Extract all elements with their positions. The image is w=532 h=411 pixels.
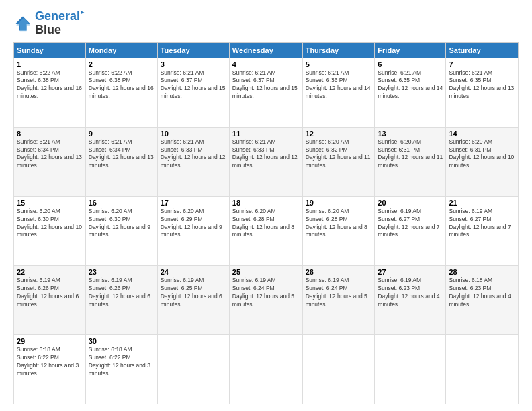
day-info: Sunrise: 6:21 AMSunset: 6:34 PMDaylight:… bbox=[17, 138, 83, 171]
calendar-table: Sunday Monday Tuesday Wednesday Thursday… bbox=[13, 42, 519, 404]
day-number: 22 bbox=[17, 268, 83, 276]
day-info: Sunrise: 6:20 AMSunset: 6:30 PMDaylight:… bbox=[17, 208, 83, 240]
day-number: 20 bbox=[378, 199, 443, 207]
col-wednesday: Wednesday bbox=[229, 42, 302, 58]
calendar-cell: 17Sunrise: 6:20 AMSunset: 6:29 PMDayligh… bbox=[157, 196, 229, 265]
day-info: Sunrise: 6:21 AMSunset: 6:33 PMDaylight:… bbox=[161, 138, 226, 171]
day-number: 11 bbox=[232, 130, 300, 138]
calendar-cell: 22Sunrise: 6:19 AMSunset: 6:26 PMDayligh… bbox=[14, 265, 86, 334]
col-sunday: Sunday bbox=[14, 42, 86, 58]
calendar-cell: 19Sunrise: 6:20 AMSunset: 6:28 PMDayligh… bbox=[302, 196, 375, 265]
calendar-cell bbox=[375, 334, 446, 404]
day-info: Sunrise: 6:21 AMSunset: 6:34 PMDaylight:… bbox=[89, 138, 154, 171]
calendar-cell bbox=[229, 334, 302, 404]
calendar-cell bbox=[302, 334, 375, 404]
calendar-cell: 11Sunrise: 6:21 AMSunset: 6:33 PMDayligh… bbox=[229, 127, 302, 196]
calendar-cell: 26Sunrise: 6:19 AMSunset: 6:24 PMDayligh… bbox=[302, 265, 375, 334]
day-info: Sunrise: 6:19 AMSunset: 6:26 PMDaylight:… bbox=[17, 277, 83, 309]
day-number: 26 bbox=[306, 268, 372, 276]
day-number: 21 bbox=[449, 199, 515, 207]
day-number: 24 bbox=[161, 268, 226, 276]
calendar-header-row: Sunday Monday Tuesday Wednesday Thursday… bbox=[14, 42, 519, 58]
day-number: 6 bbox=[378, 60, 443, 68]
calendar-week-1: 8Sunrise: 6:21 AMSunset: 6:34 PMDaylight… bbox=[14, 127, 519, 196]
day-number: 1 bbox=[17, 60, 83, 68]
calendar-cell: 25Sunrise: 6:19 AMSunset: 6:24 PMDayligh… bbox=[229, 265, 302, 334]
header: General►Blue bbox=[13, 10, 519, 37]
calendar-cell: 13Sunrise: 6:20 AMSunset: 6:31 PMDayligh… bbox=[375, 127, 446, 196]
logo-text: General►Blue bbox=[35, 10, 85, 37]
day-number: 16 bbox=[89, 199, 154, 207]
day-number: 9 bbox=[89, 130, 154, 138]
calendar-cell: 9Sunrise: 6:21 AMSunset: 6:34 PMDaylight… bbox=[85, 127, 157, 196]
day-info: Sunrise: 6:21 AMSunset: 6:37 PMDaylight:… bbox=[232, 69, 300, 101]
day-info: Sunrise: 6:19 AMSunset: 6:24 PMDaylight:… bbox=[306, 277, 372, 309]
day-number: 5 bbox=[306, 60, 372, 68]
day-number: 27 bbox=[378, 268, 443, 276]
calendar-week-2: 15Sunrise: 6:20 AMSunset: 6:30 PMDayligh… bbox=[14, 196, 519, 265]
logo: General►Blue bbox=[13, 10, 85, 37]
calendar-cell: 29Sunrise: 6:18 AMSunset: 6:22 PMDayligh… bbox=[14, 334, 86, 404]
calendar-cell: 28Sunrise: 6:18 AMSunset: 6:23 PMDayligh… bbox=[446, 265, 519, 334]
calendar-cell: 21Sunrise: 6:19 AMSunset: 6:27 PMDayligh… bbox=[446, 196, 519, 265]
day-number: 29 bbox=[17, 337, 83, 345]
day-info: Sunrise: 6:19 AMSunset: 6:27 PMDaylight:… bbox=[378, 208, 443, 240]
calendar-week-3: 22Sunrise: 6:19 AMSunset: 6:26 PMDayligh… bbox=[14, 265, 519, 334]
day-info: Sunrise: 6:18 AMSunset: 6:22 PMDaylight:… bbox=[89, 346, 154, 378]
day-number: 7 bbox=[449, 60, 515, 68]
day-number: 2 bbox=[89, 60, 154, 68]
day-info: Sunrise: 6:18 AMSunset: 6:23 PMDaylight:… bbox=[449, 277, 515, 309]
logo-icon bbox=[13, 14, 32, 33]
calendar-cell: 16Sunrise: 6:20 AMSunset: 6:30 PMDayligh… bbox=[85, 196, 157, 265]
day-info: Sunrise: 6:20 AMSunset: 6:29 PMDaylight:… bbox=[161, 208, 226, 240]
calendar-week-0: 1Sunrise: 6:22 AMSunset: 6:38 PMDaylight… bbox=[14, 58, 519, 127]
calendar-cell: 2Sunrise: 6:22 AMSunset: 6:38 PMDaylight… bbox=[85, 58, 157, 127]
day-number: 19 bbox=[306, 199, 372, 207]
day-info: Sunrise: 6:20 AMSunset: 6:30 PMDaylight:… bbox=[89, 208, 154, 240]
page: General►Blue Sunday Monday Tuesday Wedne… bbox=[0, 0, 532, 411]
col-friday: Friday bbox=[375, 42, 446, 58]
day-info: Sunrise: 6:21 AMSunset: 6:33 PMDaylight:… bbox=[232, 138, 300, 171]
day-info: Sunrise: 6:18 AMSunset: 6:22 PMDaylight:… bbox=[17, 346, 83, 378]
day-number: 10 bbox=[161, 130, 226, 138]
calendar-cell: 1Sunrise: 6:22 AMSunset: 6:38 PMDaylight… bbox=[14, 58, 86, 127]
col-thursday: Thursday bbox=[302, 42, 375, 58]
calendar-cell: 23Sunrise: 6:19 AMSunset: 6:26 PMDayligh… bbox=[85, 265, 157, 334]
day-info: Sunrise: 6:22 AMSunset: 6:38 PMDaylight:… bbox=[17, 69, 83, 101]
day-info: Sunrise: 6:21 AMSunset: 6:36 PMDaylight:… bbox=[306, 69, 372, 101]
day-number: 12 bbox=[306, 130, 372, 138]
day-number: 23 bbox=[89, 268, 154, 276]
day-info: Sunrise: 6:19 AMSunset: 6:24 PMDaylight:… bbox=[232, 277, 300, 309]
calendar-cell: 24Sunrise: 6:19 AMSunset: 6:25 PMDayligh… bbox=[157, 265, 229, 334]
calendar-cell: 14Sunrise: 6:20 AMSunset: 6:31 PMDayligh… bbox=[446, 127, 519, 196]
calendar-cell: 3Sunrise: 6:21 AMSunset: 6:37 PMDaylight… bbox=[157, 58, 229, 127]
col-tuesday: Tuesday bbox=[157, 42, 229, 58]
day-number: 8 bbox=[17, 130, 83, 138]
calendar-cell bbox=[446, 334, 519, 404]
calendar-cell bbox=[157, 334, 229, 404]
day-info: Sunrise: 6:20 AMSunset: 6:32 PMDaylight:… bbox=[306, 138, 372, 171]
calendar-cell: 18Sunrise: 6:20 AMSunset: 6:28 PMDayligh… bbox=[229, 196, 302, 265]
day-info: Sunrise: 6:20 AMSunset: 6:31 PMDaylight:… bbox=[449, 138, 515, 171]
calendar-cell: 20Sunrise: 6:19 AMSunset: 6:27 PMDayligh… bbox=[375, 196, 446, 265]
day-info: Sunrise: 6:19 AMSunset: 6:25 PMDaylight:… bbox=[161, 277, 226, 309]
calendar-cell: 15Sunrise: 6:20 AMSunset: 6:30 PMDayligh… bbox=[14, 196, 86, 265]
day-number: 17 bbox=[161, 199, 226, 207]
day-info: Sunrise: 6:22 AMSunset: 6:38 PMDaylight:… bbox=[89, 69, 154, 101]
day-info: Sunrise: 6:19 AMSunset: 6:23 PMDaylight:… bbox=[378, 277, 443, 309]
day-number: 3 bbox=[161, 60, 226, 68]
day-info: Sunrise: 6:20 AMSunset: 6:28 PMDaylight:… bbox=[232, 208, 300, 240]
day-number: 13 bbox=[378, 130, 443, 138]
day-info: Sunrise: 6:20 AMSunset: 6:28 PMDaylight:… bbox=[306, 208, 372, 240]
day-number: 14 bbox=[449, 130, 515, 138]
day-number: 28 bbox=[449, 268, 515, 276]
calendar-cell: 6Sunrise: 6:21 AMSunset: 6:35 PMDaylight… bbox=[375, 58, 446, 127]
day-number: 18 bbox=[232, 199, 300, 207]
day-info: Sunrise: 6:21 AMSunset: 6:35 PMDaylight:… bbox=[449, 69, 515, 101]
calendar-cell: 4Sunrise: 6:21 AMSunset: 6:37 PMDaylight… bbox=[229, 58, 302, 127]
calendar-cell: 5Sunrise: 6:21 AMSunset: 6:36 PMDaylight… bbox=[302, 58, 375, 127]
day-number: 15 bbox=[17, 199, 83, 207]
day-info: Sunrise: 6:20 AMSunset: 6:31 PMDaylight:… bbox=[378, 138, 443, 171]
day-info: Sunrise: 6:19 AMSunset: 6:26 PMDaylight:… bbox=[89, 277, 154, 309]
calendar-cell: 10Sunrise: 6:21 AMSunset: 6:33 PMDayligh… bbox=[157, 127, 229, 196]
